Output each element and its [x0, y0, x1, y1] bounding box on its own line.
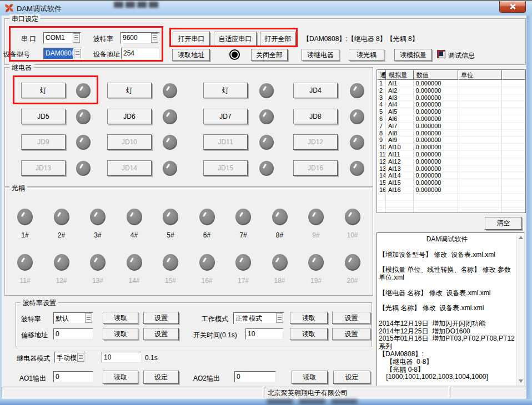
work-mode-set-button[interactable]: 设置	[332, 312, 370, 324]
port-combobox[interactable]: COM1	[43, 32, 81, 44]
relay-button-12[interactable]: JD12	[293, 134, 338, 150]
app-window: DAM调试软件 串口设定 串 口 COM1 波特率 9600 设备型号 DAM0…	[0, 0, 532, 405]
table-cell	[386, 194, 414, 201]
baud-read-button[interactable]: 读取	[103, 312, 138, 324]
read-address-button[interactable]: 读取地址	[172, 49, 210, 61]
status-cell-left	[2, 387, 263, 398]
relay-lamp-15	[259, 161, 274, 176]
relay-button-13[interactable]: JD13	[21, 160, 66, 176]
opto-label-18: 18#	[270, 277, 290, 285]
close-icon	[509, 3, 516, 10]
scroll-up-icon[interactable]	[519, 236, 523, 239]
model-combobox[interactable]: DAM0808	[43, 48, 82, 59]
table-cell: AI1	[386, 80, 414, 87]
clear-log-button[interactable]: 清空	[485, 217, 522, 230]
table-cell	[458, 165, 502, 173]
table-cell: 15	[377, 179, 386, 186]
relay-button-16[interactable]: JD16	[293, 160, 338, 176]
table-cell: 0.000000	[414, 144, 458, 151]
opto-label-16: 16#	[197, 277, 217, 285]
read-opto-button[interactable]: 读光耦	[349, 49, 384, 61]
table-cell	[502, 108, 525, 115]
offset-read-button[interactable]: 读取	[103, 328, 138, 340]
relay-button-2[interactable]: 灯	[107, 83, 152, 98]
relay-button-15[interactable]: JD15	[203, 160, 248, 176]
switch-time-input[interactable]: 10	[245, 328, 283, 340]
table-header-2[interactable]: 模拟量	[386, 70, 414, 80]
relay-button-3[interactable]: 灯	[203, 83, 248, 98]
relay-button-5[interactable]: JD5	[21, 109, 66, 124]
close-all-button[interactable]: 关闭全部	[251, 49, 288, 61]
ao1-read-button[interactable]: 读取	[103, 371, 138, 384]
table-header-1[interactable]: 通	[377, 70, 386, 80]
relay-button-6[interactable]: JD6	[107, 109, 152, 124]
offset-addr-label: 偏移地址	[21, 331, 48, 340]
ao1-set-button[interactable]: 设定	[143, 371, 179, 384]
switch-time-read-button[interactable]: 读取	[290, 328, 328, 340]
opto-label-3: 3#	[88, 231, 108, 239]
table-cell: 0.000000	[414, 130, 458, 137]
work-mode-combobox[interactable]: 正常模式	[233, 312, 284, 324]
adaptive-serial-button[interactable]: 自适应串口	[214, 32, 257, 46]
open-all-button[interactable]: 打开全部	[260, 32, 296, 46]
read-relay-button[interactable]: 读继电器	[302, 49, 339, 61]
log-line: 【DAM0808】:	[379, 351, 515, 358]
close-button[interactable]	[499, 1, 526, 13]
offset-set-button[interactable]: 设置	[143, 328, 179, 340]
opto-lamp-6	[199, 209, 215, 225]
log-panel[interactable]: DAM调试软件【增加设备型号】 修改 设备表.xml.xml【模拟量 单位、线性…	[377, 232, 525, 386]
ao1-input[interactable]: 0	[53, 371, 93, 382]
table-cell: AI9	[386, 136, 414, 144]
relay-mode-combobox[interactable]: 手动模式	[54, 352, 86, 363]
ao2-label: AO2输出	[193, 374, 220, 383]
relay-button-9[interactable]: JD9	[21, 134, 66, 150]
switch-time-set-button[interactable]: 设置	[332, 328, 370, 340]
opto-label-6: 6#	[197, 231, 217, 239]
dropdown-icon[interactable]	[151, 33, 158, 43]
log-scrollbar[interactable]	[516, 233, 524, 386]
relay-button-11[interactable]: JD11	[203, 134, 248, 150]
table-header-4[interactable]: 单位	[458, 70, 502, 80]
connection-indicator	[229, 49, 240, 60]
table-cell	[502, 101, 525, 108]
ao2-set-button[interactable]: 设定	[333, 371, 370, 384]
read-analog-button[interactable]: 读模拟量	[394, 49, 432, 61]
table-cell	[414, 207, 458, 213]
opto-lamp-11	[17, 254, 33, 271]
table-cell: 0.000000	[414, 172, 458, 179]
table-cell: 0.000000	[414, 136, 458, 144]
dropdown-icon[interactable]	[276, 313, 283, 323]
dropdown-icon[interactable]	[74, 49, 81, 58]
ao2-read-button[interactable]: 读取	[292, 371, 328, 384]
relay-button-1[interactable]: 灯	[21, 83, 66, 98]
relay-button-14[interactable]: JD14	[107, 160, 152, 176]
log-line: 【光耦 0-8】	[379, 366, 515, 374]
table-header-5[interactable]	[502, 70, 525, 80]
dropdown-icon[interactable]	[85, 313, 92, 323]
relay-button-7[interactable]: JD7	[203, 109, 248, 124]
table-cell: 11	[377, 151, 386, 158]
table-cell	[386, 201, 414, 208]
work-mode-read-button[interactable]: 读取	[290, 312, 328, 324]
relay-lamp-12	[350, 135, 364, 150]
baud-setting-combobox[interactable]: 默认	[53, 312, 93, 324]
offset-addr-input[interactable]: 0	[53, 328, 93, 340]
device-address-input[interactable]: 254	[121, 48, 160, 59]
titlebar[interactable]: DAM调试软件	[0, 0, 532, 16]
relay-lamp-10	[163, 135, 177, 150]
relay-button-4[interactable]: JD4	[293, 83, 338, 98]
open-serial-button[interactable]: 打开串口	[173, 32, 210, 46]
dropdown-icon[interactable]	[73, 33, 80, 43]
baud-set-button[interactable]: 设置	[143, 312, 179, 324]
dropdown-icon[interactable]	[77, 353, 84, 362]
ao2-input[interactable]: 0	[234, 371, 276, 382]
scroll-down-icon[interactable]	[519, 379, 523, 383]
relay-mode-time-input[interactable]: 10	[102, 352, 142, 363]
port-label: 串 口	[21, 34, 36, 44]
opto-lamp-8	[272, 209, 288, 225]
baud-combobox[interactable]: 9600	[121, 32, 159, 44]
relay-button-8[interactable]: JD8	[293, 109, 338, 124]
relay-button-10[interactable]: JD10	[107, 134, 152, 150]
table-cell	[377, 201, 386, 208]
table-header-3[interactable]: 数值	[414, 70, 458, 80]
